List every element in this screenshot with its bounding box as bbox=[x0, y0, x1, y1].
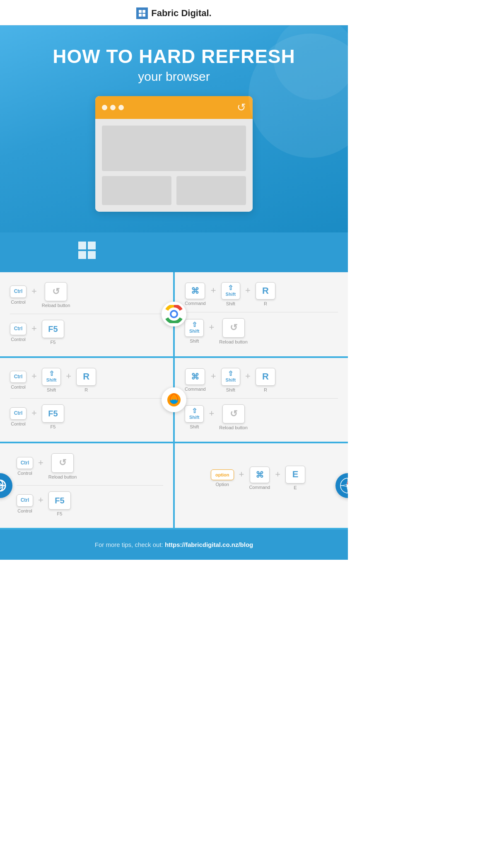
cmd-label: Command bbox=[185, 301, 206, 306]
browser-bottom-right bbox=[176, 176, 246, 205]
safari-mac-shortcut1: option Option + ⌘ Command + E E bbox=[185, 466, 331, 490]
r-group2: R R bbox=[76, 368, 96, 392]
f5-label2: F5 bbox=[50, 424, 55, 429]
shift-label3: Shift bbox=[47, 387, 56, 392]
cmd-group: ⌘ Command bbox=[185, 283, 206, 306]
dot-2 bbox=[110, 105, 116, 110]
r-label: R bbox=[264, 301, 267, 306]
reload-group3: ↺ Reload button bbox=[219, 404, 248, 430]
plus6: + bbox=[31, 371, 37, 389]
r-group: R R bbox=[256, 282, 275, 307]
svg-rect-5 bbox=[88, 242, 96, 249]
cmd-group3: ⌘ Command bbox=[249, 467, 270, 490]
r-label2: R bbox=[84, 387, 88, 392]
divider3 bbox=[10, 398, 163, 399]
f5-key: F5 bbox=[42, 320, 64, 338]
ff-mac-shortcut2: ⇧Shift Shift + ↺ Reload button bbox=[185, 404, 338, 430]
cmd-label3: Command bbox=[249, 485, 270, 490]
command-key2: ⌘ bbox=[185, 368, 205, 385]
footer-link[interactable]: https://fabricdigital.co.nz/blog bbox=[165, 541, 253, 548]
hero-subtitle: your browser bbox=[8, 70, 340, 84]
shift-group3: ⇧Shift Shift bbox=[42, 368, 61, 392]
plus2: + bbox=[31, 323, 37, 341]
safari-icon bbox=[339, 476, 348, 495]
shift-group5: ⇧Shift Shift bbox=[185, 405, 204, 429]
r-label3: R bbox=[264, 387, 267, 392]
option-group: option Option bbox=[211, 469, 234, 487]
ie-windows: Ctrl Control + ↺ Reload button Ctrl Cont… bbox=[0, 443, 175, 528]
svg-text:e: e bbox=[0, 480, 2, 491]
f5-key3: F5 bbox=[48, 491, 71, 510]
plus8: + bbox=[31, 408, 37, 426]
chrome-mac-shortcut2: ⇧Shift Shift + ↺ Reload button bbox=[185, 318, 338, 344]
ctrl-key6: Ctrl bbox=[17, 494, 33, 507]
browser-main-area bbox=[102, 126, 246, 171]
shift-group4: ⇧Shift Shift bbox=[221, 368, 240, 392]
windows-os bbox=[0, 232, 174, 272]
browser-dots bbox=[102, 105, 124, 110]
reload-icon: ↺ bbox=[237, 101, 246, 114]
ctrl-group: Ctrl Control bbox=[10, 285, 27, 305]
hero-title: HOW TO HARD REFRESH bbox=[8, 46, 340, 67]
firefox-badge bbox=[162, 387, 186, 412]
ff-mac-shortcut1: ⌘ Command + ⇧Shift Shift + R R bbox=[185, 368, 338, 392]
ctrl-label5: Control bbox=[17, 471, 32, 476]
reload-label4: Reload button bbox=[48, 474, 77, 479]
svg-rect-6 bbox=[78, 251, 86, 259]
windows-icon bbox=[8, 241, 166, 264]
shift-key5: ⇧Shift bbox=[185, 405, 204, 423]
plus13: + bbox=[38, 495, 43, 513]
f5-key2: F5 bbox=[42, 404, 64, 423]
os-icons-row bbox=[0, 232, 348, 272]
reload-key2: ↺ bbox=[222, 318, 245, 338]
e-key: E bbox=[285, 466, 305, 484]
ctrl-key3: Ctrl bbox=[10, 371, 27, 383]
ctrl-key5: Ctrl bbox=[17, 457, 33, 469]
shift-key: ⇧Shift bbox=[221, 282, 240, 300]
f5-group3: F5 F5 bbox=[48, 491, 71, 516]
ctrl-label3: Control bbox=[11, 384, 25, 389]
svg-rect-2 bbox=[139, 14, 142, 17]
reload-label3: Reload button bbox=[219, 425, 248, 430]
browser-content bbox=[95, 119, 253, 212]
plus15: + bbox=[275, 469, 280, 487]
ie-win-shortcut1: Ctrl Control + ↺ Reload button bbox=[17, 453, 163, 479]
svg-rect-0 bbox=[139, 10, 142, 13]
safari-mac: option Option + ⌘ Command + E E bbox=[175, 443, 348, 528]
hero-section: HOW TO HARD REFRESH your browser ↺ bbox=[0, 25, 348, 232]
r-key2: R bbox=[76, 368, 96, 386]
shift-group: ⇧Shift Shift bbox=[221, 282, 240, 306]
firefox-windows: Ctrl Control + ⇧Shift Shift + R R Ctrl C… bbox=[0, 358, 175, 442]
ctrl-label4: Control bbox=[11, 421, 25, 426]
ff-win-shortcut1: Ctrl Control + ⇧Shift Shift + R R bbox=[10, 368, 163, 392]
shift-label2: Shift bbox=[190, 338, 199, 343]
r-key: R bbox=[256, 282, 275, 300]
firefox-icon bbox=[165, 391, 183, 409]
svg-point-15 bbox=[171, 312, 176, 317]
divider2 bbox=[185, 312, 338, 312]
ctrl-key2: Ctrl bbox=[10, 323, 27, 335]
browser-bottom-row bbox=[102, 176, 246, 205]
svg-rect-1 bbox=[142, 10, 145, 13]
divider5 bbox=[17, 485, 163, 486]
shift-group2: ⇧Shift Shift bbox=[185, 319, 204, 343]
chrome-windows: Ctrl Control + ↺ Reload button Ctrl Cont… bbox=[0, 272, 175, 357]
ctrl-label2: Control bbox=[11, 337, 25, 342]
shift-key3: ⇧Shift bbox=[42, 368, 61, 385]
shift-key4: ⇧Shift bbox=[221, 368, 240, 385]
reload-group: ↺ Reload button bbox=[42, 282, 70, 308]
e-group: E E bbox=[285, 466, 305, 490]
ctrl-key4: Ctrl bbox=[10, 407, 27, 420]
svg-rect-4 bbox=[78, 242, 86, 249]
plus4: + bbox=[245, 285, 251, 303]
firefox-section: Ctrl Control + ⇧Shift Shift + R R Ctrl C… bbox=[0, 358, 348, 443]
logo-text: Fabric Digital. bbox=[151, 8, 211, 19]
reload-group4: ↺ Reload button bbox=[48, 453, 77, 479]
plus5: + bbox=[209, 322, 214, 340]
divider4 bbox=[185, 398, 338, 399]
footer-text: For more tips, check out: bbox=[95, 541, 165, 548]
reload-label2: Reload button bbox=[219, 339, 248, 344]
reload-label: Reload button bbox=[42, 303, 70, 308]
f5-label: F5 bbox=[50, 340, 55, 345]
chrome-icon bbox=[165, 305, 183, 323]
